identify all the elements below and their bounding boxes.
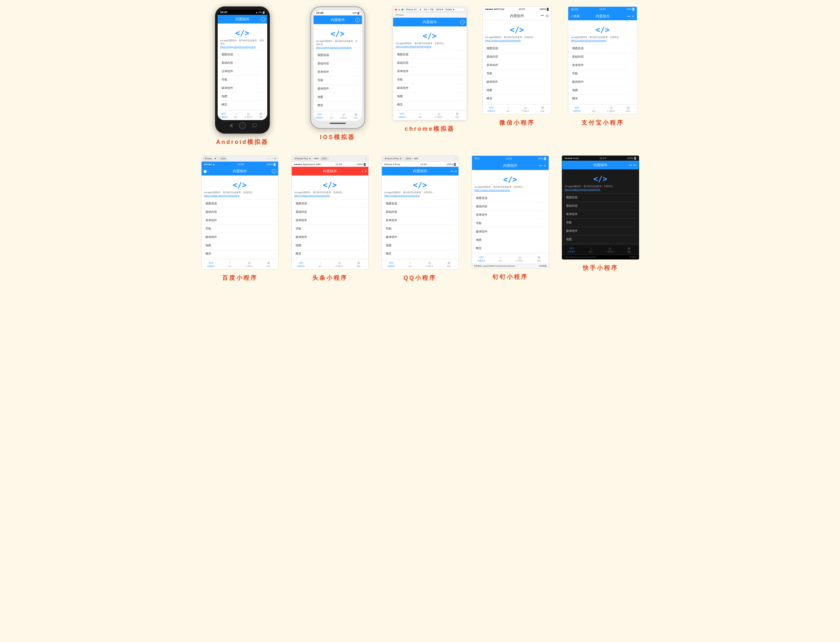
wechat-menu-web[interactable]: 网页› — [485, 95, 549, 103]
kwai-tab-ext[interactable]: ◎ 扩展组件 — [600, 246, 620, 254]
wechat-menu-media[interactable]: 媒体组件› — [485, 78, 549, 86]
chrome-menu-map[interactable]: 地图› — [396, 92, 464, 101]
chrome-menu-media[interactable]: 媒体组件› — [396, 84, 464, 92]
kwai-tab-template[interactable]: ⊞ 模板 — [619, 246, 639, 254]
dingtalk-tab-template[interactable]: ⊞ 模板 — [529, 255, 549, 263]
alipay-menu-basic[interactable]: 基础内容› — [571, 53, 634, 61]
qq-tab-ext[interactable]: ◎ 扩展组件 — [420, 261, 439, 269]
baidu-device-select[interactable]: iPhone... ▼ — [203, 157, 218, 160]
toutiao-close-icon[interactable]: ✕ — [365, 170, 367, 173]
kwai-menu-view[interactable]: 视图容器› — [565, 193, 636, 202]
baidu-menu-nav[interactable]: 导航› — [204, 225, 276, 233]
wechat-menu-nav[interactable]: 导航› — [485, 70, 549, 78]
dingtalk-menu-basic[interactable]: 基础内容› — [475, 203, 546, 211]
toutiao-menu-nav[interactable]: 导航› — [294, 225, 366, 233]
toutiao-tab-template[interactable]: ⊞ 模板 — [349, 261, 368, 269]
alipay-tab-ext[interactable]: ◎ 扩展组件 — [603, 105, 620, 113]
dingtalk-menu-map[interactable]: 地图› — [475, 236, 546, 244]
qq-more[interactable]: › — [456, 157, 456, 160]
qq-menu-nav[interactable]: 导航› — [384, 225, 456, 233]
toutiao-device-select[interactable]: iPhone6 Plus ▼ — [294, 157, 312, 160]
android-tab-template[interactable]: ⊞ 模板 — [255, 112, 267, 120]
wechat-tab-template[interactable]: ⊞ 模板 — [534, 105, 551, 113]
android-menu-item-form[interactable]: 点单组件› — [220, 67, 265, 76]
ios-tab-api[interactable]: ↕ 接口 — [326, 112, 338, 120]
kwai-menu-media[interactable]: 媒体组件› — [565, 227, 636, 235]
kwai-tab-component[interactable]: </> 内置组件 — [562, 246, 581, 254]
toutiao-menu-icon[interactable]: ≡ — [362, 170, 363, 173]
chrome-url-bar[interactable]: iPhone 6/7... ▼ 414 × 736 100%▼ Online ▼ — [405, 8, 465, 11]
wechat-more-icon[interactable]: ••• — [541, 14, 544, 18]
toutiao-tab-component[interactable]: </> 内置组件 — [292, 261, 311, 269]
toutiao-menu-map[interactable]: 地图› — [294, 242, 366, 250]
ios-menu-media[interactable]: 媒体组件› — [316, 85, 359, 93]
alipay-close-icon[interactable]: ✕ — [632, 15, 634, 18]
wechat-tab-api[interactable]: ↕ 接口 — [500, 105, 517, 113]
alipay-menu-map[interactable]: 地图› — [571, 86, 634, 95]
baidu-back-icon[interactable]: ← — [268, 157, 270, 160]
kwai-menu-nav[interactable]: 导航› — [565, 219, 636, 227]
alipay-menu-nav[interactable]: 导航› — [571, 70, 634, 78]
wechat-tab-component[interactable]: </> 内置组件 — [483, 105, 500, 113]
kwai-menu-form[interactable]: 表单组件› — [565, 210, 636, 219]
dingtalk-menu-nav[interactable]: 导航› — [475, 219, 546, 228]
android-info-icon[interactable]: i — [261, 17, 265, 21]
baidu-tab-ext[interactable]: ◎ 扩展组件 — [240, 261, 259, 269]
android-tab-component[interactable]: </> 内置组件 — [218, 112, 230, 120]
dingtalk-tab-component[interactable]: </> 内置组件 — [472, 255, 491, 263]
ios-menu-basic[interactable]: 基础内容› — [316, 60, 359, 68]
wechat-menu-basic[interactable]: 基础内容› — [485, 53, 549, 61]
qq-zoom[interactable]: 100% — [404, 157, 413, 160]
baidu-toggle[interactable]: ⬤ ○ — [203, 170, 209, 173]
toutiao-menu-media[interactable]: 媒体组件› — [294, 233, 366, 242]
chrome-tab-api[interactable]: ↕ 接口 — [412, 112, 430, 120]
baidu-menu-view[interactable]: 视图容器› — [204, 199, 276, 208]
chrome-menu-web[interactable]: 网页› — [396, 101, 464, 109]
qq-menu-form[interactable]: 表单组件› — [384, 216, 456, 225]
kwai-tab-api[interactable]: ↕ 接口 — [581, 246, 600, 254]
baidu-refresh-icon[interactable]: ↻ — [274, 157, 276, 160]
toutiao-menu-form[interactable]: 表单组件› — [294, 216, 366, 225]
alipay-menu-web[interactable]: 网页› — [571, 95, 634, 103]
dingtalk-tab-ext[interactable]: ◎ 扩展组件 — [510, 255, 530, 263]
dingtalk-more-icon[interactable]: ••• — [539, 164, 542, 167]
qq-close-icon[interactable]: ✕ — [455, 170, 457, 173]
alipay-menu-media[interactable]: 媒体组件› — [571, 78, 634, 86]
android-recent-btn[interactable] — [252, 124, 256, 127]
baidu-menu-web[interactable]: 网页› — [204, 250, 276, 258]
ios-menu-view[interactable]: 视图容器› — [316, 51, 359, 60]
android-menu-item-view[interactable]: 视图容器› — [220, 50, 265, 59]
baidu-info-icon[interactable]: i — [272, 169, 276, 173]
dingtalk-menu-media[interactable]: 媒体组件› — [475, 228, 546, 236]
chrome-min-dot[interactable] — [398, 9, 400, 11]
qq-menu-map[interactable]: 地图› — [384, 242, 456, 250]
chrome-menu-view[interactable]: 视图容器› — [396, 50, 464, 59]
toutiao-menu-web[interactable]: 网页› — [294, 250, 366, 258]
qq-menu-view[interactable]: 视图容器› — [384, 199, 456, 208]
qq-tab-api[interactable]: ↕ 接口 — [401, 261, 420, 269]
chrome-menu-form[interactable]: 表单组件› — [396, 67, 464, 76]
android-menu-item-map[interactable]: 地图› — [220, 92, 265, 101]
chrome-menu-basic[interactable]: 基础内容› — [396, 59, 464, 67]
qq-more-icon[interactable]: ••• — [451, 170, 453, 173]
baidu-menu-basic[interactable]: 基础内容› — [204, 208, 276, 216]
dingtalk-menu-view[interactable]: 视图容器› — [475, 194, 546, 203]
android-menu-item-web[interactable]: 网页› — [220, 101, 265, 109]
android-menu-item-media[interactable]: 媒体组件› — [220, 84, 265, 92]
ios-menu-nav[interactable]: 导航› — [316, 76, 359, 85]
toutiao-zoom[interactable]: 100% — [320, 157, 328, 160]
alipay-back-icon[interactable]: ☆收藏 — [571, 14, 579, 18]
ios-tab-ext[interactable]: ◎ 扩展组件 — [338, 112, 350, 120]
chrome-menu-nav[interactable]: 导航› — [396, 76, 464, 84]
android-menu-item-nav[interactable]: 导航› — [220, 76, 265, 84]
toutiao-tab-api[interactable]: ↕ 接口 — [311, 261, 330, 269]
chrome-max-dot[interactable] — [402, 9, 404, 11]
kwai-close-icon[interactable]: ⊙ — [634, 164, 636, 167]
wechat-close-icon[interactable]: ⊙ — [546, 14, 549, 18]
ios-menu-web[interactable]: 网页› — [316, 101, 359, 110]
chrome-close-dot[interactable] — [395, 9, 397, 11]
android-menu-item-basic[interactable]: 基础内容› — [220, 59, 265, 67]
baidu-tab-api[interactable]: ↕ 接口 — [221, 261, 240, 269]
baidu-tab-template[interactable]: ⊞ 模板 — [259, 261, 278, 269]
android-tab-api[interactable]: ↕ 接口 — [230, 112, 242, 120]
